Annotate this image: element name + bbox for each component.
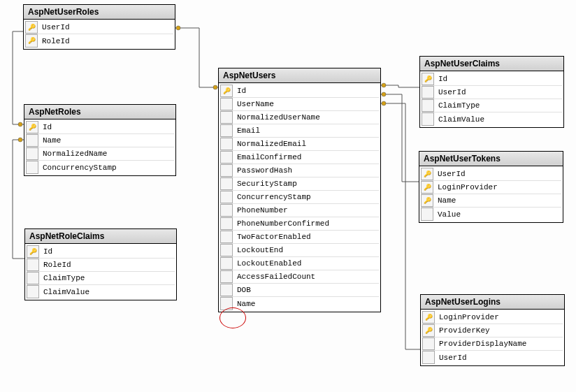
key-icon: 🔑 — [424, 184, 431, 191]
entity-AspNetUserTokens[interactable]: AspNetUserTokens🔑UserId🔑LoginProvider🔑Na… — [419, 151, 563, 223]
column-row[interactable]: 🔑ProviderKey — [422, 324, 563, 337]
column-icon — [26, 161, 38, 174]
column-name: EmailConfirmed — [236, 153, 379, 161]
column-row[interactable]: NormalizedEmail — [220, 138, 379, 151]
column-name: ProviderDisplayName — [438, 340, 563, 348]
column-icon — [220, 204, 233, 217]
column-icon — [220, 217, 233, 230]
column-row[interactable]: ClaimType — [27, 272, 175, 285]
column-row[interactable]: UserName — [220, 98, 379, 111]
entity-title: AspNetUserClaims — [420, 57, 563, 71]
column-name: ClaimValue — [437, 115, 562, 124]
column-name: Name — [236, 300, 379, 308]
column-icon — [422, 112, 434, 126]
column-row[interactable]: 🔑LoginProvider — [422, 311, 563, 324]
column-row[interactable]: Email — [220, 124, 379, 138]
column-row[interactable]: 🔑UserId — [25, 21, 173, 34]
column-name: ClaimType — [42, 274, 175, 282]
column-row[interactable]: ClaimType — [422, 99, 562, 112]
column-icon — [27, 285, 39, 298]
column-name: ProviderKey — [438, 326, 563, 335]
column-row[interactable]: NormalizedUserName — [220, 111, 379, 124]
column-row[interactable]: DOB — [220, 284, 379, 297]
column-name: ClaimType — [437, 101, 562, 110]
column-name: Name — [41, 136, 174, 145]
column-row[interactable]: 🔑LoginProvider — [421, 181, 561, 194]
column-name: UserId — [437, 88, 562, 96]
key-icon: 🔑 — [28, 37, 36, 45]
column-icon — [422, 351, 435, 364]
column-row[interactable]: PhoneNumber — [220, 204, 379, 217]
column-name: PhoneNumber — [236, 206, 379, 215]
column-row[interactable]: PasswordHash — [220, 164, 379, 177]
column-name: PasswordHash — [236, 166, 379, 175]
column-row[interactable]: LockoutEnabled — [220, 257, 379, 270]
entity-AspNetRoleClaims[interactable]: AspNetRoleClaims🔑IdRoleIdClaimTypeClaimV… — [24, 228, 177, 300]
column-icon — [422, 337, 435, 350]
column-icon — [27, 272, 39, 284]
column-icon — [422, 99, 434, 112]
column-row[interactable]: ProviderDisplayName — [422, 337, 563, 351]
column-row[interactable]: 🔑Id — [26, 121, 174, 134]
svg-point-1 — [382, 83, 386, 87]
column-row[interactable]: 🔑Id — [27, 245, 175, 259]
entity-AspNetUserLogins[interactable]: AspNetUserLogins🔑LoginProvider🔑ProviderK… — [420, 294, 565, 366]
key-icon: 🔑 — [424, 75, 432, 83]
column-name: NormalizedEmail — [236, 140, 379, 148]
column-row[interactable]: PhoneNumberConfirmed — [220, 217, 379, 231]
entity-title: AspNetRoleClaims — [25, 229, 176, 244]
column-row[interactable]: TwoFactorEnabled — [220, 231, 379, 244]
column-name: LockoutEnabled — [236, 259, 379, 268]
column-row[interactable]: Name — [220, 297, 379, 310]
primary-key-icon: 🔑 — [421, 194, 433, 207]
entity-body: 🔑UserId🔑RoleId — [24, 20, 175, 49]
column-name: Id — [42, 247, 175, 256]
entity-body: 🔑IdUserIdClaimTypeClaimValue — [420, 71, 563, 127]
entity-title: AspNetUserTokens — [419, 152, 563, 166]
column-row[interactable]: NormalizedName — [26, 147, 174, 161]
primary-key-icon: 🔑 — [422, 324, 435, 337]
column-name: Id — [236, 87, 379, 95]
primary-key-icon: 🔑 — [25, 21, 38, 34]
primary-key-icon: 🔑 — [220, 85, 233, 97]
column-icon — [220, 244, 233, 256]
primary-key-icon: 🔑 — [422, 311, 435, 324]
entity-AspNetUserRoles[interactable]: AspNetUserRoles🔑UserId🔑RoleId — [23, 4, 175, 50]
column-row[interactable]: 🔑Id — [220, 85, 379, 98]
column-row[interactable]: 🔑Name — [421, 194, 561, 208]
column-row[interactable]: ConcurrencyStamp — [26, 161, 174, 174]
column-icon — [220, 98, 233, 110]
column-icon — [422, 86, 434, 99]
svg-point-5 — [18, 122, 22, 126]
column-name: TwoFactorEnabled — [236, 233, 379, 241]
column-icon — [220, 138, 233, 150]
column-name: Id — [41, 123, 174, 131]
entity-AspNetUserClaims[interactable]: AspNetUserClaims🔑IdUserIdClaimTypeClaimV… — [419, 56, 564, 128]
column-icon — [220, 191, 233, 203]
column-row[interactable]: ConcurrencyStamp — [220, 191, 379, 204]
column-row[interactable]: RoleId — [27, 259, 175, 272]
column-name: PhoneNumberConfirmed — [236, 219, 379, 228]
column-row[interactable]: LockoutEnd — [220, 244, 379, 257]
svg-point-2 — [382, 92, 386, 96]
column-row[interactable]: ClaimValue — [422, 112, 562, 126]
entity-AspNetUsers[interactable]: AspNetUsers🔑IdUserNameNormalizedUserName… — [218, 68, 381, 312]
column-row[interactable]: EmailConfirmed — [220, 151, 379, 164]
column-row[interactable]: SecurityStamp — [220, 177, 379, 191]
column-icon — [26, 134, 38, 147]
column-row[interactable]: Name — [26, 134, 174, 147]
column-row[interactable]: UserId — [422, 351, 563, 364]
column-row[interactable]: 🔑UserId — [421, 168, 561, 181]
column-row[interactable]: ClaimValue — [27, 285, 175, 298]
column-name: AccessFailedCount — [236, 273, 379, 281]
column-row[interactable]: UserId — [422, 86, 562, 99]
column-row[interactable]: Value — [421, 208, 561, 221]
column-row[interactable]: 🔑Id — [422, 73, 562, 86]
column-icon — [220, 284, 233, 296]
column-name: NormalizedName — [41, 150, 174, 158]
column-row[interactable]: 🔑RoleId — [25, 34, 173, 48]
column-row[interactable]: AccessFailedCount — [220, 270, 379, 284]
entity-AspNetRoles[interactable]: AspNetRoles🔑IdNameNormalizedNameConcurre… — [24, 104, 176, 176]
column-name: LockoutEnd — [236, 246, 379, 254]
entity-body: 🔑IdNameNormalizedNameConcurrencyStamp — [24, 119, 175, 175]
